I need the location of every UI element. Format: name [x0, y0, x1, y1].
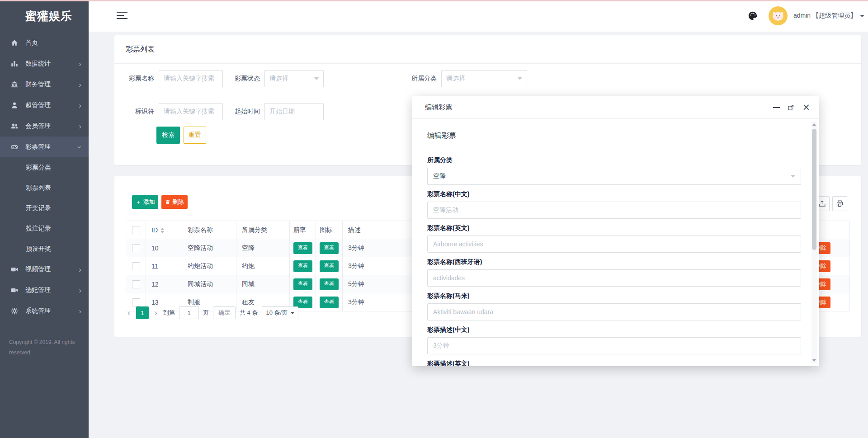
sidebar-item-label: 财务管理 [25, 80, 79, 89]
icon-view-button[interactable]: 查看 [320, 278, 339, 290]
bulk-delete-button[interactable]: 删除 [161, 195, 188, 209]
sidebar-item[interactable]: 数据统计› [0, 53, 89, 74]
sidebar-subitem-label: 开奖记录 [26, 204, 81, 212]
odds-view-button[interactable]: 查看 [293, 278, 312, 290]
brand-logo: 蜜獾娱乐 [0, 0, 89, 33]
pagination: ‹ 1 › 到第 1 页 确定 共 4 条 10 条/页 [126, 306, 298, 319]
modal-scrollbar[interactable] [811, 122, 817, 363]
sort-icon[interactable] [160, 228, 164, 233]
trash-icon [165, 199, 170, 205]
sidebar-item[interactable]: 财务管理› [0, 74, 89, 95]
user-caret-down-icon [860, 15, 864, 17]
column-header: 图标 [316, 221, 343, 239]
search-button[interactable]: 检索 [156, 127, 180, 144]
modal-input[interactable]: Airborne activities [427, 235, 801, 253]
icon-view-button[interactable]: 查看 [320, 297, 339, 308]
sidebar-item[interactable]: 首页 [0, 33, 89, 53]
modal-field-label: 彩票名称(西班牙语) [427, 258, 801, 265]
modal-select[interactable]: 空降 [427, 168, 801, 185]
caret-down-icon [518, 77, 522, 80]
hamburger-menu-icon[interactable] [117, 12, 127, 19]
sidebar-subitem[interactable]: 彩票列表 [0, 178, 89, 198]
print-button[interactable] [832, 196, 847, 211]
user-menu[interactable]: admin 【超级管理员】 [793, 12, 857, 20]
sidebar-item[interactable]: 超管管理› [0, 95, 89, 116]
modal-title: 编辑彩票 [425, 103, 452, 112]
odds-view-button[interactable]: 查看 [293, 260, 312, 272]
reset-button[interactable]: 重置 [184, 127, 206, 144]
modal-field: 彩票名称(中文)空降活动 [427, 190, 801, 219]
column-header: 彩票名称 [182, 221, 236, 239]
sidebar-item[interactable]: 选妃管理› [0, 280, 89, 301]
edit-lottery-modal: 编辑彩票 × 编辑彩票 所属分类空降彩票名称(中文)空降活动彩票名称(英文)Ai… [412, 96, 819, 366]
icon-view-button[interactable]: 查看 [320, 242, 339, 254]
sidebar-subitem-label: 彩票分类 [26, 164, 81, 172]
goto-page-input[interactable]: 1 [179, 306, 199, 319]
row-checkbox[interactable] [132, 244, 140, 252]
modal-input[interactable]: 空降活动 [427, 202, 801, 219]
chevron-right-icon: › [79, 266, 81, 273]
cell-id: 11 [146, 257, 182, 275]
filter-select[interactable]: 请选择 [441, 70, 527, 87]
column-header[interactable]: ID [146, 221, 182, 239]
row-checkbox[interactable] [132, 298, 140, 306]
row-checkbox[interactable] [132, 262, 140, 270]
modal-input[interactable]: 3分钟 [427, 337, 801, 354]
sidebar-item[interactable]: 系统管理› [0, 301, 89, 321]
modal-field-label: 彩票描述(英文) [427, 360, 801, 366]
modal-field: 彩票描述(中文)3分钟 [427, 326, 801, 354]
sidebar-subitem[interactable]: 投注记录 [0, 218, 89, 239]
scrollbar-thumb[interactable] [812, 129, 816, 250]
page-size-select[interactable]: 10 条/页 [262, 306, 298, 319]
filter-input[interactable]: 请输入关键字搜索 [159, 103, 223, 120]
select-all-checkbox[interactable] [132, 226, 140, 234]
sidebar-item-label: 系统管理 [25, 307, 79, 315]
chevron-right-icon: › [79, 60, 81, 68]
modal-field: 所属分类空降 [427, 156, 801, 185]
printer-icon [836, 200, 844, 207]
goto-confirm-button[interactable]: 确定 [213, 306, 236, 319]
filter-input[interactable]: 请输入关键字搜索 [159, 70, 223, 87]
modal-input[interactable]: actividades [427, 269, 801, 287]
sidebar-item[interactable]: 会员管理› [0, 116, 89, 137]
sidebar-item-label: 超管管理 [25, 101, 79, 109]
sidebar-subitem[interactable]: 彩票分类 [0, 157, 89, 178]
plus-icon: ＋ [136, 198, 142, 206]
sidebar-item-label: 会员管理 [25, 122, 79, 130]
chevron-right-icon: › [79, 81, 81, 89]
close-icon[interactable]: × [802, 103, 810, 112]
avatar[interactable] [769, 6, 788, 25]
sidebar-subitem-label: 彩票列表 [26, 184, 81, 192]
theme-palette-icon[interactable] [748, 11, 758, 21]
cell-category: 空降 [236, 239, 290, 257]
modal-field: 彩票名称(西班牙语)actividades [427, 258, 801, 287]
add-button[interactable]: ＋添加 [132, 195, 158, 209]
filter-input[interactable]: 开始日期 [264, 103, 324, 120]
cell-category: 同城 [236, 275, 290, 293]
scroll-down-icon[interactable] [812, 359, 816, 362]
sidebar-item[interactable]: 视频管理› [0, 259, 89, 280]
icon-view-button[interactable]: 查看 [320, 260, 339, 272]
sidebar-subitem[interactable]: 开奖记录 [0, 198, 89, 218]
modal-field: 彩票名称(马来)Aktiviti bawaan udara [427, 292, 801, 320]
video-icon [10, 286, 19, 295]
next-page-button[interactable]: › [153, 308, 159, 318]
modal-field-label: 所属分类 [427, 156, 801, 164]
page-number-button[interactable]: 1 [136, 306, 149, 319]
minimize-button[interactable] [773, 107, 780, 108]
odds-view-button[interactable]: 查看 [293, 242, 312, 254]
filter-select[interactable]: 请选择 [264, 70, 324, 87]
scroll-up-icon[interactable] [812, 123, 816, 126]
row-checkbox[interactable] [132, 280, 140, 288]
modal-heading: 编辑彩票 [427, 131, 801, 148]
filter-label: 标识符 [128, 108, 154, 116]
sidebar-subitem-label: 投注记录 [26, 225, 81, 233]
caret-down-icon [291, 312, 294, 314]
maximize-button[interactable] [788, 104, 794, 111]
column-header: 赔率 [290, 221, 316, 239]
sidebar-item[interactable]: 彩票管理› [0, 137, 89, 157]
prev-page-button[interactable]: ‹ [126, 308, 132, 318]
modal-input[interactable]: Aktiviti bawaan udara [427, 303, 801, 320]
sidebar-subitem[interactable]: 预设开奖 [0, 239, 89, 259]
column-header: 所属分类 [236, 221, 290, 239]
